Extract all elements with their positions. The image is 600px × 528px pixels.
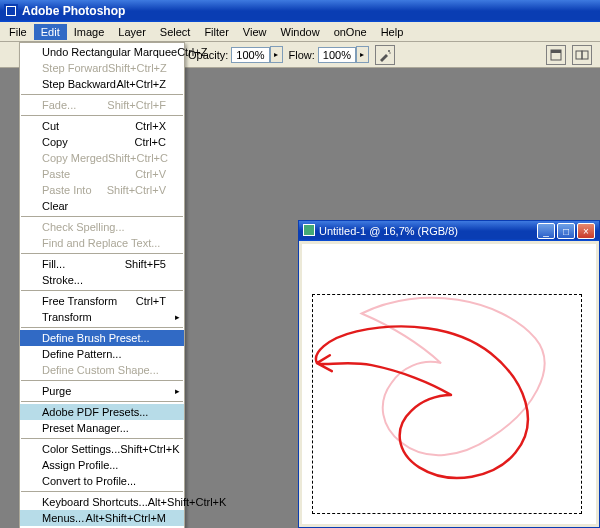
menu-item-find-and-replace-text: Find and Replace Text... <box>20 235 184 251</box>
menu-separator <box>21 380 183 381</box>
workspace-toggle-icon[interactable] <box>572 45 592 65</box>
menu-separator <box>21 491 183 492</box>
svg-rect-6 <box>551 50 561 53</box>
menu-item-color-settings[interactable]: Color Settings...Shift+Ctrl+K <box>20 441 184 457</box>
menu-item-menus[interactable]: Menus...Alt+Shift+Ctrl+M <box>20 510 184 526</box>
menu-item-undo-rectangular-marquee[interactable]: Undo Rectangular MarqueeCtrl+Z <box>20 44 184 60</box>
menu-item-copy-merged: Copy MergedShift+Ctrl+C <box>20 150 184 166</box>
menu-separator <box>21 327 183 328</box>
menu-item-label: Fill... <box>42 258 65 270</box>
menu-item-label: Color Settings... <box>42 443 120 455</box>
menu-item-adobe-pdf-presets[interactable]: Adobe PDF Presets... <box>20 404 184 420</box>
menu-separator <box>21 115 183 116</box>
menu-item-label: Adobe PDF Presets... <box>42 406 148 418</box>
menu-item-label: Stroke... <box>42 274 83 286</box>
menu-item-shortcut: Shift+Ctrl+C <box>108 152 168 164</box>
menu-item-define-pattern[interactable]: Define Pattern... <box>20 346 184 362</box>
app-title: Adobe Photoshop <box>22 4 125 18</box>
menu-item-label: Find and Replace Text... <box>42 237 160 249</box>
menu-item-label: Undo Rectangular Marquee <box>42 46 177 58</box>
document-titlebar[interactable]: Untitled-1 @ 16,7% (RGB/8) _ □ × <box>299 221 599 241</box>
close-button[interactable]: × <box>577 223 595 239</box>
menu-item-shortcut: Ctrl+V <box>135 168 166 180</box>
menu-item-keyboard-shortcuts[interactable]: Keyboard Shortcuts...Alt+Shift+Ctrl+K <box>20 494 184 510</box>
menu-item-shortcut: Ctrl+T <box>136 295 166 307</box>
menu-item-shortcut: Alt+Ctrl+Z <box>116 78 166 90</box>
menu-item-shortcut: Alt+Shift+Ctrl+M <box>86 512 166 524</box>
airbrush-icon[interactable] <box>375 45 395 65</box>
menu-item-stroke[interactable]: Stroke... <box>20 272 184 288</box>
menu-view[interactable]: View <box>236 24 274 40</box>
menu-separator <box>21 253 183 254</box>
menu-item-free-transform[interactable]: Free TransformCtrl+T <box>20 293 184 309</box>
menu-item-label: Purge <box>42 385 71 397</box>
menu-item-convert-to-profile[interactable]: Convert to Profile... <box>20 473 184 489</box>
svg-rect-8 <box>582 51 588 59</box>
menu-item-label: Menus... <box>42 512 84 524</box>
menu-image[interactable]: Image <box>67 24 112 40</box>
menu-layer[interactable]: Layer <box>111 24 153 40</box>
menu-separator <box>21 290 183 291</box>
menu-filter[interactable]: Filter <box>197 24 235 40</box>
opacity-field[interactable]: 100% <box>231 47 269 63</box>
menu-item-step-backward[interactable]: Step BackwardAlt+Ctrl+Z <box>20 76 184 92</box>
menu-item-label: Step Backward <box>42 78 116 90</box>
menu-item-label: Paste <box>42 168 70 180</box>
menu-item-label: Define Custom Shape... <box>42 364 159 376</box>
canvas[interactable] <box>302 244 596 524</box>
menu-window[interactable]: Window <box>274 24 327 40</box>
flow-label: Flow: <box>289 49 315 61</box>
menu-item-label: Preset Manager... <box>42 422 129 434</box>
maximize-button[interactable]: □ <box>557 223 575 239</box>
menu-help[interactable]: Help <box>374 24 411 40</box>
menu-select[interactable]: Select <box>153 24 198 40</box>
menu-item-define-brush-preset[interactable]: Define Brush Preset... <box>20 330 184 346</box>
menu-item-shortcut: Ctrl+X <box>135 120 166 132</box>
menu-item-check-spelling: Check Spelling... <box>20 219 184 235</box>
opacity-arrow-icon[interactable]: ▸ <box>270 46 283 63</box>
menu-item-shortcut: Shift+Ctrl+F <box>107 99 166 111</box>
edit-menu: Undo Rectangular MarqueeCtrl+ZStep Forwa… <box>19 42 185 528</box>
rectangular-marquee <box>312 294 582 514</box>
menu-item-label: Fade... <box>42 99 76 111</box>
menu-item-paste-into: Paste IntoShift+Ctrl+V <box>20 182 184 198</box>
menu-item-label: Define Pattern... <box>42 348 122 360</box>
menu-item-paste: PasteCtrl+V <box>20 166 184 182</box>
titlebar: Adobe Photoshop <box>0 0 600 22</box>
menu-item-label: Step Forward <box>42 62 108 74</box>
document-title: Untitled-1 @ 16,7% (RGB/8) <box>319 225 458 237</box>
menu-item-copy[interactable]: CopyCtrl+C <box>20 134 184 150</box>
palette-toggle-icon[interactable] <box>546 45 566 65</box>
menu-file[interactable]: File <box>2 24 34 40</box>
menu-item-label: Paste Into <box>42 184 92 196</box>
menu-item-shortcut: Shift+Ctrl+V <box>107 184 166 196</box>
menu-onone[interactable]: onOne <box>327 24 374 40</box>
menu-item-fill[interactable]: Fill...Shift+F5 <box>20 256 184 272</box>
document-window[interactable]: Untitled-1 @ 16,7% (RGB/8) _ □ × <box>298 220 600 528</box>
svg-rect-7 <box>576 51 582 59</box>
menu-item-label: Clear <box>42 200 68 212</box>
flow-field[interactable]: 100% <box>318 47 356 63</box>
menu-item-shortcut: Ctrl+Z <box>177 46 207 58</box>
menu-item-shortcut: Ctrl+C <box>135 136 166 148</box>
menu-item-purge[interactable]: Purge <box>20 383 184 399</box>
menu-item-label: Define Brush Preset... <box>42 332 150 344</box>
svg-rect-10 <box>304 225 314 235</box>
svg-point-4 <box>389 52 390 53</box>
menu-item-label: Check Spelling... <box>42 221 125 233</box>
minimize-button[interactable]: _ <box>537 223 555 239</box>
menu-item-label: Convert to Profile... <box>42 475 136 487</box>
menu-item-shortcut: Shift+Ctrl+Z <box>108 62 167 74</box>
menu-item-label: Copy Merged <box>42 152 108 164</box>
menu-item-shortcut: Shift+Ctrl+K <box>120 443 179 455</box>
menu-item-label: Copy <box>42 136 68 148</box>
menu-item-preset-manager[interactable]: Preset Manager... <box>20 420 184 436</box>
menu-edit[interactable]: Edit <box>34 24 67 40</box>
menu-item-transform[interactable]: Transform <box>20 309 184 325</box>
menu-item-clear[interactable]: Clear <box>20 198 184 214</box>
menu-item-cut[interactable]: CutCtrl+X <box>20 118 184 134</box>
flow-arrow-icon[interactable]: ▸ <box>356 46 369 63</box>
menu-item-assign-profile[interactable]: Assign Profile... <box>20 457 184 473</box>
photoshop-icon <box>4 4 18 18</box>
menu-item-label: Free Transform <box>42 295 117 307</box>
